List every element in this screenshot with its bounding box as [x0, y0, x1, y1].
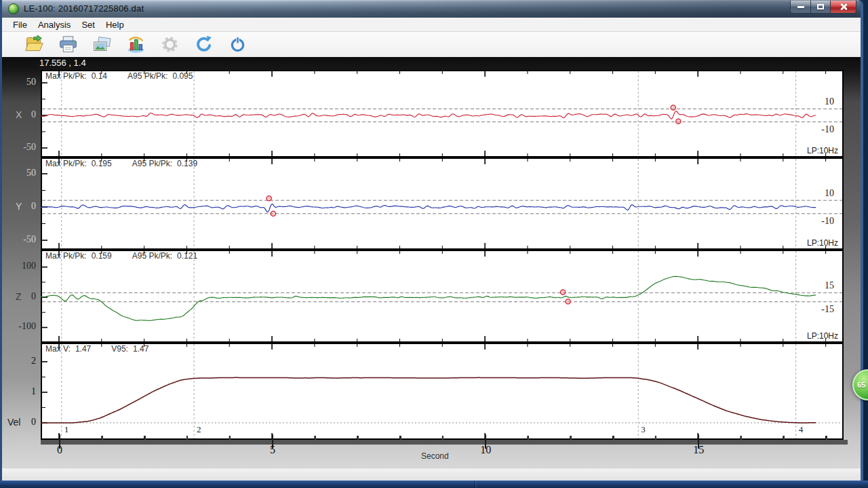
y-tick-label: 100	[22, 261, 36, 271]
channel-label-x: X	[16, 109, 22, 120]
y-tick-label: 50	[26, 168, 36, 178]
stats-annotation: Max Pk/Pk:0.159A95 Pk/Pk:0.121	[45, 251, 218, 261]
y-axis-gutter-y: 500-50Y	[2, 157, 41, 250]
x-tick-label: 0	[57, 444, 62, 456]
minimize-button[interactable]	[790, 1, 811, 14]
menu-item-help[interactable]: Help	[100, 19, 130, 31]
menu-item-set[interactable]: Set	[76, 19, 100, 31]
refresh-button[interactable]	[190, 33, 217, 56]
y-tick-label: -50	[23, 143, 36, 152]
exit-button[interactable]	[224, 33, 251, 56]
threshold-label: -15	[821, 304, 834, 315]
plot-panel-vel[interactable]: Max V:1.47V95:1.471234	[41, 343, 844, 440]
x-axis-title: Second	[421, 451, 449, 461]
x-tick-label: 10	[480, 444, 491, 456]
window-controls	[790, 1, 856, 14]
status-strip	[2, 468, 861, 481]
stat-label: Max Pk/Pk:	[45, 159, 87, 168]
y-tick-label: 0	[31, 417, 36, 427]
stat-value: 1.47	[75, 344, 91, 354]
x-tick-label: 5	[270, 444, 275, 456]
x-minor-tick	[315, 436, 316, 440]
y-tick-label: -50	[23, 235, 36, 244]
stat-label: Max Pk/Pk:	[45, 71, 87, 81]
app-icon	[8, 3, 19, 14]
maximize-button[interactable]	[811, 1, 830, 14]
y-tick-label: 50	[26, 77, 36, 87]
x-minor-tick	[144, 436, 146, 440]
report-button[interactable]	[122, 33, 149, 56]
stats-annotation: Max Pk/Pk:0.14A95 Pk/Pk:0.095	[45, 71, 213, 81]
y-axis-gutter-vel: 210Vel	[2, 343, 41, 440]
stat-value: 0.139	[177, 159, 197, 168]
x-minor-tick	[357, 436, 359, 440]
threshold-label: -10	[821, 216, 834, 227]
stat-label: Max Pk/Pk:	[45, 251, 87, 261]
minimize-icon	[797, 6, 804, 8]
window-title: LE-100: 20160717225806.dat	[24, 3, 144, 14]
settings-button[interactable]	[156, 33, 183, 56]
channel-label-y: Y	[16, 201, 22, 212]
refresh-icon	[194, 35, 214, 54]
stats-annotation: Max V:1.47V95:1.47	[45, 344, 169, 354]
stat-label: A95 Pk/Pk:	[132, 251, 172, 261]
close-icon	[840, 3, 848, 11]
y-tick-label: 0	[31, 110, 36, 119]
plot-panel-z[interactable]: Max Pk/Pk:0.159A95 Pk/Pk:0.12115-15LP:10…	[41, 250, 844, 343]
x-minor-tick	[570, 436, 572, 440]
x-minor-tick	[655, 436, 656, 440]
y-tick-label: 2	[31, 356, 36, 366]
y-tick-label: 1	[31, 387, 36, 396]
stat-label: A95 Pk/Pk:	[127, 71, 167, 81]
x-minor-tick	[229, 436, 231, 440]
cursor-readout: 17.556 , 1.4	[39, 58, 86, 68]
x-minor-tick	[528, 436, 529, 440]
plot-panel-y[interactable]: Max Pk/Pk:0.195A95 Pk/Pk:0.13910-10LP:10…	[41, 157, 844, 250]
threshold-label: -10	[821, 124, 834, 135]
y-axis-gutter-x: 500-50X	[2, 70, 41, 157]
x-minor-tick	[102, 436, 103, 440]
stat-value: 0.195	[92, 159, 112, 168]
stat-value: 0.14	[92, 71, 107, 81]
filter-label: LP:10Hz	[807, 146, 838, 155]
stat-label: Max V:	[45, 344, 71, 354]
picture-icon	[92, 35, 112, 54]
gear-icon	[160, 35, 180, 54]
maximize-icon	[817, 4, 824, 10]
plot-client-area: 17.556 , 1.4 500-50XMax Pk/Pk:0.14A95 Pk…	[2, 57, 861, 468]
threshold-label: 10	[825, 188, 834, 199]
menu-item-analysis[interactable]: Analysis	[33, 19, 76, 31]
y-axis-gutter-z: 1000-100Z	[2, 250, 41, 343]
open-button[interactable]	[20, 33, 47, 56]
floor-marker-label: 1	[64, 424, 69, 435]
x-minor-tick	[741, 436, 742, 440]
stat-value: 1.47	[133, 344, 149, 354]
x-minor-tick	[826, 436, 827, 440]
toolbar	[2, 32, 861, 58]
export-image-button[interactable]	[88, 33, 115, 56]
print-button[interactable]	[54, 33, 81, 56]
power-icon	[228, 35, 248, 54]
channel-label-z: Z	[16, 291, 22, 302]
title-bar[interactable]: LE-100: 20160717225806.dat	[2, 0, 861, 18]
chart-icon	[126, 35, 146, 54]
close-button[interactable]	[830, 1, 856, 14]
menu-bar: FileAnalysisSetHelp	[2, 18, 861, 32]
x-minor-tick	[783, 436, 785, 440]
app-window: LE-100: 20160717225806.dat FileAnalysisS…	[0, 0, 863, 481]
filter-label: LP:10Hz	[807, 331, 838, 341]
taskbar[interactable]	[0, 481, 868, 488]
filter-label: LP:10Hz	[807, 238, 838, 248]
threshold-label: 10	[825, 96, 834, 107]
stat-label: A95 Pk/Pk:	[132, 159, 172, 168]
y-tick-label: 0	[31, 202, 36, 211]
threshold-label: 15	[825, 280, 834, 291]
channel-label-vel: Vel	[7, 417, 20, 428]
x-tick-label: 15	[693, 444, 704, 456]
floor-marker-label: 4	[799, 424, 804, 435]
stat-label: V95:	[111, 344, 128, 354]
x-minor-tick	[400, 436, 401, 440]
menu-item-file[interactable]: File	[7, 19, 33, 31]
plot-panel-x[interactable]: Max Pk/Pk:0.14A95 Pk/Pk:0.09510-10LP:10H…	[41, 70, 844, 157]
stat-value: 0.159	[92, 251, 112, 261]
